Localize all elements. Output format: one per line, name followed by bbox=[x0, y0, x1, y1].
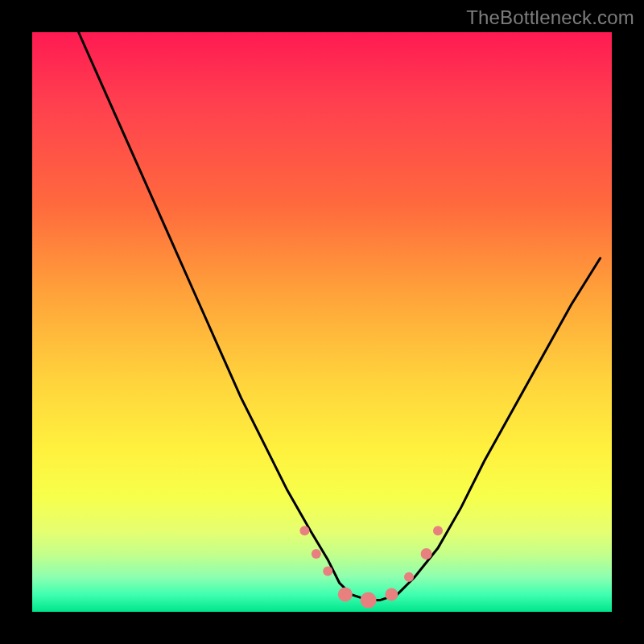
highlight-point bbox=[385, 588, 398, 601]
highlight-point bbox=[299, 526, 309, 535]
highlight-point bbox=[404, 572, 414, 582]
highlight-point bbox=[312, 549, 321, 559]
highlight-point bbox=[361, 592, 377, 609]
highlight-point bbox=[421, 548, 432, 559]
chart-frame: TheBottleneck.com bbox=[0, 0, 644, 644]
curve-svg bbox=[32, 32, 612, 612]
attribution-label: TheBottleneck.com bbox=[466, 6, 634, 29]
plot-area bbox=[32, 32, 612, 612]
bottleneck-curve bbox=[79, 32, 601, 601]
highlight-point bbox=[433, 526, 443, 535]
highlight-point bbox=[338, 587, 353, 601]
highlight-point bbox=[323, 567, 332, 576]
